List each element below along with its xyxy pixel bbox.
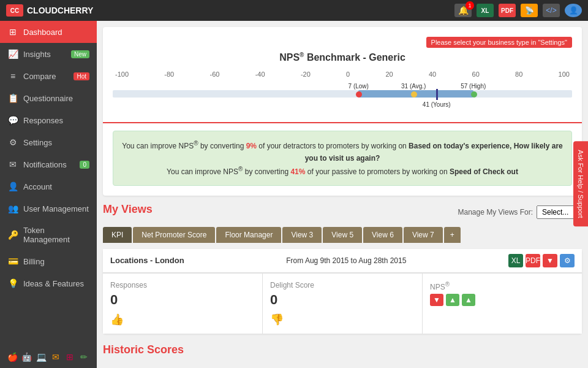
tab-view3[interactable]: View 3 [282, 227, 322, 243]
sidebar-item-user-management[interactable]: 👥 User Management [0, 197, 97, 220]
sidebar-item-insights[interactable]: 📈 Insights New [0, 43, 97, 65]
user-management-icon: 👥 [7, 204, 18, 213]
nps-benchmark-title: NPS® Benchmark - Generic [113, 52, 572, 63]
topbar: CC CLOUDCHERRY 🔔 1 XL PDF 📡 </> 👤 [0, 0, 588, 21]
sidebar-item-label: Billing [23, 257, 45, 266]
excel-icon[interactable]: XL [477, 4, 494, 17]
nps-label: NPS® [430, 281, 575, 291]
kpi-excel-btn[interactable]: XL [508, 254, 523, 267]
insights-badge: New [71, 50, 89, 58]
thumb-down-icon: 👎 [270, 313, 284, 326]
responses-value: 0 [110, 292, 255, 308]
sidebar-item-dashboard[interactable]: ⊞ Dashboard [0, 21, 97, 43]
nps-arrow-up2[interactable]: ▲ [462, 294, 475, 306]
tab-floor-manager[interactable]: Floor Manager [216, 227, 281, 243]
compare-badge: Hot [74, 72, 89, 80]
nps-arrows: ▼ ▲ ▲ [430, 294, 575, 306]
delight-icon: 👎 [270, 313, 415, 326]
tip-text-2: You can improve NPS® by converting 41% o… [167, 167, 518, 176]
sidebar-item-account[interactable]: 👤 Account [0, 175, 97, 197]
sidebar-item-ideas-features[interactable]: 💡 Ideas & Features [0, 272, 97, 294]
kpi-filter-btn[interactable]: ▼ [543, 254, 557, 267]
sidebar-item-label: User Management [23, 204, 89, 213]
help-tab[interactable]: Ask For Help / Support [573, 141, 588, 226]
tip-box: You can improve NPS® by converting 9% of… [113, 131, 572, 186]
sidebar-item-billing[interactable]: 💳 Billing [0, 250, 97, 272]
kpi-table-header: Locations - London From Aug 9th 2015 to … [103, 249, 582, 273]
sidebar-item-settings[interactable]: ⚙ Settings [0, 131, 97, 153]
thumb-up-icon: 👍 [110, 313, 124, 326]
benchmark-track [113, 90, 572, 98]
account-icon: 👤 [7, 182, 18, 191]
pdf-icon[interactable]: PDF [499, 4, 516, 17]
my-views-section: My Views Manage My Views For: Select... … [103, 203, 582, 334]
sidebar-item-token-management[interactable]: 🔑 Token Management [0, 220, 97, 250]
kpi-location: Locations - London [110, 256, 184, 265]
sidebar-item-label: Ideas & Features [23, 279, 84, 288]
sidebar-footer: 🍎 🤖 💻 ✉ ⊞ ✏ [0, 346, 97, 368]
divider-red [103, 122, 582, 123]
manage-views-label: Manage My Views For: [458, 208, 533, 217]
settings-alert[interactable]: Please select your business type in "Set… [426, 37, 572, 48]
kpi-actions: XL PDF ▼ ⚙ [508, 254, 575, 267]
laptop-icon[interactable]: 💻 [36, 351, 47, 363]
sidebar-item-compare[interactable]: ≡ Compare Hot [0, 65, 97, 87]
delight-label: Delight Score [270, 281, 415, 289]
sidebar-item-label: Token Management [23, 226, 89, 244]
tab-view6[interactable]: View 6 [363, 227, 402, 243]
kpi-date-range: From Aug 9th 2015 to Aug 28th 2015 [286, 256, 406, 265]
android-icon[interactable]: 🤖 [21, 351, 32, 363]
sidebar-item-label: Responses [23, 116, 63, 125]
notifications-bell-icon[interactable]: 🔔 1 [454, 4, 472, 17]
notifications-badge: 0 [80, 161, 89, 169]
sidebar-item-responses[interactable]: 💬 Responses [0, 109, 97, 131]
sidebar-item-label: Notifications [23, 160, 67, 169]
apple-icon[interactable]: 🍎 [7, 351, 18, 363]
high-label: 57 (High) [461, 83, 486, 90]
avg-label: 31 (Avg.) [401, 83, 426, 90]
kpi-metric-responses: Responses 0 👍 [103, 274, 263, 334]
questionnaire-icon: 📋 [7, 93, 18, 103]
rss-icon[interactable]: 📡 [521, 4, 538, 17]
billing-icon: 💳 [7, 256, 18, 266]
nps-arrow-down[interactable]: ▼ [430, 294, 443, 306]
sidebar-item-label: Questionnaire [23, 94, 73, 103]
tab-net-promoter-score[interactable]: Net Promoter Score [133, 227, 215, 243]
benchmark-bar: 7 (Low) 31 (Avg.) 57 (High) 41 (Yours) [113, 82, 572, 112]
kpi-settings-btn[interactable]: ⚙ [560, 254, 575, 267]
tab-view7[interactable]: View 7 [404, 227, 443, 243]
benchmark-axis: -100 -80 -60 -40 -20 0 20 40 60 80 100 [113, 71, 572, 78]
grid-icon[interactable]: ⊞ [64, 351, 75, 363]
token-management-icon: 🔑 [7, 230, 18, 240]
sidebar-item-questionnaire[interactable]: 📋 Questionnaire [0, 87, 97, 109]
compare-icon: ≡ [7, 71, 18, 81]
edit-icon[interactable]: ✏ [79, 351, 89, 363]
kpi-metric-nps: NPS® ▼ ▲ ▲ [423, 274, 582, 334]
my-views-title: My Views [103, 203, 153, 216]
sidebar-item-label: Account [23, 182, 52, 191]
ideas-features-icon: 💡 [7, 278, 18, 288]
responses-icon: 💬 [7, 115, 18, 125]
responses-icon: 👍 [110, 313, 255, 326]
sidebar-item-notifications[interactable]: ✉ Notifications 0 [0, 153, 97, 175]
logo-text: CLOUDCHERRY [27, 6, 93, 15]
dashboard-icon: ⊞ [7, 27, 18, 37]
tab-view5[interactable]: View 5 [323, 227, 362, 243]
sidebar-item-label: Compare [23, 72, 56, 81]
user-avatar-icon[interactable]: 👤 [565, 4, 582, 17]
sidebar-item-label: Settings [23, 138, 52, 147]
main-layout: ⊞ Dashboard 📈 Insights New ≡ Compare Hot… [0, 21, 588, 368]
email-footer-icon[interactable]: ✉ [50, 351, 61, 363]
bell-badge: 1 [466, 1, 474, 10]
tab-add[interactable]: + [444, 227, 461, 243]
code-icon[interactable]: </> [543, 4, 560, 17]
tab-kpi[interactable]: KPI [103, 227, 132, 243]
logo: CC CLOUDCHERRY [6, 4, 93, 17]
historic-scores-title: Historic Scores [103, 341, 582, 356]
notifications-icon: ✉ [7, 159, 18, 169]
yours-label: 41 (Yours) [423, 101, 451, 108]
kpi-pdf-btn[interactable]: PDF [526, 254, 540, 267]
settings-icon: ⚙ [7, 137, 18, 147]
delight-value: 0 [270, 292, 415, 308]
nps-arrow-up[interactable]: ▲ [446, 294, 459, 306]
